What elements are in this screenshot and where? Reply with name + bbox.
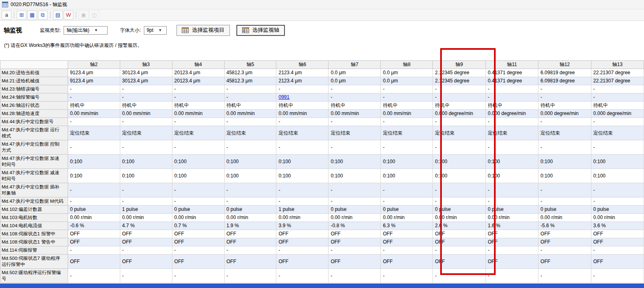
cell: 0 pulse [172,206,224,214]
cell: 0:100 [224,169,276,183]
row-header[interactable]: Md.24:轴报警编号 [0,93,68,102]
copy-window-icon[interactable]: ⧉ [38,11,48,20]
column-header-轴9[interactable]: 轴9 [433,61,485,69]
column-header-轴11[interactable]: 轴11 [485,61,538,69]
row-header[interactable]: Md.47:执行中定位数据 减速 时间号 [0,169,68,183]
table-row: Md.108:伺服状态1 报警中OFFOFFOFFOFFOFFOFFOFFOFF… [0,230,644,238]
cell: 20123.4 μm [172,77,224,85]
row-header[interactable]: Md.104:电机电流值 [0,222,68,230]
select-monitor-axes-button[interactable]: 选择监视轴 [236,25,285,36]
cell: 0.00 mm/min [329,110,381,118]
edit-columns-icon[interactable]: ▤ [53,11,63,20]
cell: 0.00 mm/min [120,110,172,118]
cell: 2.12345 degree [433,69,485,77]
cell: - [591,246,644,255]
column-header-轴12[interactable]: 轴12 [538,61,591,69]
table-row: Md.502:驱动程序运行报警编 号----------- [0,269,644,283]
cell: 定位结束 [224,126,276,140]
toolbar-separator [14,11,14,19]
cell: - [68,246,120,255]
cell: - [120,93,172,102]
cell: 0 pulse [68,206,120,214]
cell: 0.00 r/min [172,214,224,222]
cell: - [433,93,485,102]
font-size-select[interactable]: 9pt ▼ [144,26,167,35]
cell: - [485,85,538,93]
cell: OFF [591,255,644,269]
table-row: Md.102:偏差计数器0 pulse1 pulse0 pulse0 pulse… [0,206,644,214]
cell: 0:100 [591,155,644,169]
cell: 0:100 [381,169,433,183]
cell: OFF [224,238,276,246]
cell: 30123.4 μm [120,77,172,85]
wave-monitor-icon[interactable]: W [64,11,73,20]
bottom-strip [0,284,644,288]
column-header-轴4[interactable]: 轴4 [172,61,224,69]
column-header-轴5[interactable]: 轴5 [224,61,276,69]
cell: 1.9 % [224,222,276,230]
row-header[interactable]: Md.20:进给当前值 [0,69,68,77]
device-monitor-icon[interactable]: ⊞ [17,11,26,20]
column-header-轴13[interactable]: 轴13 [591,61,644,69]
row-header[interactable]: Md.102:偏差计数器 [0,206,68,214]
cell: OFF [329,230,381,238]
cell: 6.3 % [381,222,433,230]
cell: - [120,269,172,283]
column-header-轴7[interactable]: 轴7 [329,61,381,69]
alarm-number-link[interactable]: 0991 [278,94,289,100]
table-row: Md.500:伺服状态7 驱动程序 运行报警中OFFOFFOFFOFFOFFOF… [0,255,644,269]
cell: 0.7 % [172,222,224,230]
row-header[interactable]: Md.108:伺服状态1 报警中 [0,230,68,238]
cell: 3.9 % [276,222,329,230]
watch-window-icon[interactable]: ▦ [27,11,37,20]
column-header-轴2[interactable]: 轴2 [68,61,120,69]
table-row: Md.47:执行中定位数据 M代码----------- [0,197,644,206]
row-header[interactable]: Md.47:执行中定位数据 M代码 [0,197,68,206]
cell: 0 pulse [433,206,485,214]
row-header[interactable]: Md.21:进给机械值 [0,77,68,85]
cell: - [485,269,538,283]
row-header[interactable]: Md.103:电机转数 [0,214,68,222]
cell: 待机中 [120,102,172,110]
row-header[interactable]: Md.500:伺服状态7 驱动程序 运行报警中 [0,255,68,269]
row-header[interactable]: Md.23:轴错误编号 [0,85,68,93]
table-row: Md.28:轴进给速度0.00 mm/min0.00 mm/min0.00 mm… [0,110,644,118]
cell: OFF [381,255,433,269]
cell: 0:100 [120,169,172,183]
row-header[interactable]: Md.26:轴运行状态 [0,102,68,110]
column-header-轴8[interactable]: 轴8 [381,61,433,69]
monitor-type-label: 监视类型: [40,27,61,34]
monitor-type-select[interactable]: 轴(输出轴) ▼ [64,26,108,35]
row-header[interactable]: Md.47:执行中定位数据 控制 方式 [0,140,68,155]
monitor-type-value: 轴(输出轴) [66,27,89,34]
cell: OFF [172,238,224,246]
cell: 1.6 % [485,222,538,230]
cell: - [591,93,644,102]
row-header[interactable]: Md.47:执行中定位数据 运行 模式 [0,126,68,140]
row-header[interactable]: Md.47:执行中定位数据 加速 时间号 [0,155,68,169]
cell: 0.41371 degree [485,69,538,77]
table-row: Md.47:执行中定位数据 减速 时间号0:1000:1000:1000:100… [0,169,644,183]
cell: 20123.4 μm [172,69,224,77]
cell: 2.12345 degree [433,77,485,85]
row-header[interactable]: Md.114:伺服报警 [0,246,68,255]
cell: 0.000 degree/min [485,110,538,118]
table-row: Md.47:执行中定位数据 控制 方式----------- [0,140,644,155]
row-header[interactable]: Md.28:轴进给速度 [0,110,68,118]
cell: 0:100 [172,155,224,169]
row-header[interactable]: Md.108:伺服状态1 警告中 [0,238,68,246]
column-header-轴6[interactable]: 轴6 [276,61,329,69]
cell: OFF [433,230,485,238]
row-header[interactable]: Md.44:执行中定位数据号 [0,118,68,126]
select-monitor-items-button[interactable]: 选择监视项目 [176,25,230,36]
cell: 定位结束 [172,126,224,140]
row-header[interactable]: Md.47:执行中定位数据 插补 对象轴 [0,183,68,197]
row-header[interactable]: Md.502:驱动程序运行报警编 号 [0,269,68,283]
cell: 9123.4 μm [68,69,120,77]
header-row: 轴2轴3轴4轴5轴6轴7轴8轴9轴11轴12轴13 [0,61,644,69]
axis-monitor-window: 0020:RD77MS16 - 轴监视 a⊞▦⧉▤W▣◫ 轴监视 监视类型: 轴… [0,0,644,288]
cell: OFF [276,230,329,238]
column-header-轴3[interactable]: 轴3 [120,61,172,69]
cell: OFF [172,255,224,269]
font-a-icon[interactable]: a [2,11,11,20]
